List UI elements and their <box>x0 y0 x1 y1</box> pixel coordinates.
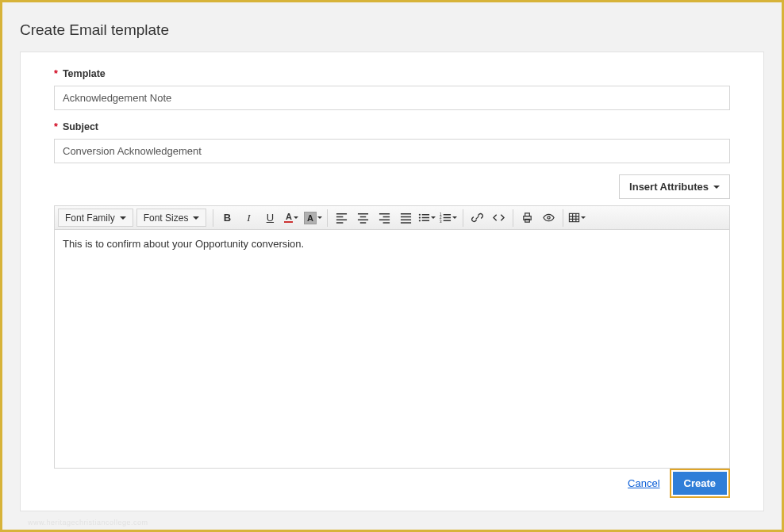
table-icon <box>568 212 580 224</box>
template-input[interactable] <box>54 86 730 110</box>
code-icon <box>493 212 505 224</box>
align-justify-icon <box>400 212 412 224</box>
align-center-button[interactable] <box>352 209 373 227</box>
chevron-down-icon <box>294 216 298 219</box>
template-field: * Template <box>54 68 730 110</box>
toolbar-separator <box>327 209 328 227</box>
toolbar-separator <box>513 209 513 227</box>
create-button[interactable]: Create <box>673 472 727 495</box>
svg-point-9 <box>548 216 550 219</box>
bullet-list-button[interactable] <box>417 209 437 227</box>
footer-actions: Cancel Create <box>628 469 730 498</box>
link-icon <box>471 212 483 224</box>
text-color-button[interactable]: A <box>281 209 302 227</box>
subject-label-row: * Subject <box>54 121 730 132</box>
subject-label: Subject <box>63 121 98 132</box>
font-size-dropdown[interactable]: Font Sizes <box>136 209 207 227</box>
toolbar-separator <box>563 209 563 227</box>
align-center-icon <box>357 212 369 224</box>
font-family-dropdown[interactable]: Font Family <box>58 209 133 227</box>
svg-point-0 <box>419 214 421 216</box>
chevron-down-icon <box>452 216 457 219</box>
chevron-down-icon <box>317 216 322 219</box>
insert-attributes-button[interactable]: Insert Attributes <box>619 174 730 199</box>
text-color-icon: A <box>284 212 293 223</box>
chevron-down-icon <box>193 216 199 220</box>
bold-button[interactable]: B <box>217 209 237 227</box>
font-size-label: Font Sizes <box>144 212 189 224</box>
form-card: * Template * Subject Insert Attributes F… <box>20 52 764 511</box>
svg-rect-7 <box>525 213 530 216</box>
chevron-down-icon <box>120 216 126 220</box>
template-label-row: * Template <box>54 68 730 79</box>
required-mark: * <box>54 121 58 132</box>
insert-link-button[interactable] <box>467 209 487 227</box>
align-left-icon <box>336 212 348 224</box>
toolbar-separator <box>463 209 463 227</box>
background-color-button[interactable]: A <box>302 209 323 227</box>
insert-attributes-row: Insert Attributes <box>54 174 730 199</box>
bullet-list-icon <box>418 212 430 224</box>
table-button[interactable] <box>567 209 587 227</box>
font-family-label: Font Family <box>65 212 115 224</box>
toolbar-separator <box>213 209 213 227</box>
italic-button[interactable]: I <box>238 209 259 227</box>
svg-rect-10 <box>570 213 579 221</box>
svg-text:3: 3 <box>440 220 442 224</box>
align-right-button[interactable] <box>374 209 394 227</box>
subject-input[interactable] <box>54 139 730 163</box>
page-title: Create Email template <box>20 21 764 39</box>
code-view-button[interactable] <box>488 209 509 227</box>
print-icon <box>521 212 533 224</box>
align-justify-button[interactable] <box>395 209 416 227</box>
background-color-icon: A <box>304 212 317 224</box>
align-left-button[interactable] <box>331 209 352 227</box>
insert-attributes-label: Insert Attributes <box>629 181 709 193</box>
numbered-list-button[interactable]: 123 <box>438 209 459 227</box>
chevron-down-icon <box>713 186 720 189</box>
underline-button[interactable]: U <box>259 209 280 227</box>
svg-point-2 <box>419 220 421 221</box>
chevron-down-icon <box>431 216 436 219</box>
editor-body[interactable]: This is to confirm about your Opportunit… <box>55 230 729 468</box>
svg-rect-8 <box>525 219 530 222</box>
cancel-link[interactable]: Cancel <box>628 477 659 489</box>
numbered-list-icon: 123 <box>440 212 452 224</box>
watermark: www.heritagechristiancollege.com <box>28 519 148 526</box>
subject-field: * Subject <box>54 121 730 163</box>
svg-point-1 <box>419 216 421 218</box>
template-label: Template <box>63 68 106 79</box>
required-mark: * <box>54 68 58 79</box>
align-right-icon <box>379 212 390 224</box>
rich-text-editor: Font Family Font Sizes B I U A <box>54 205 730 469</box>
preview-button[interactable] <box>538 209 559 227</box>
editor-toolbar: Font Family Font Sizes B I U A <box>55 206 729 230</box>
print-button[interactable] <box>517 209 537 227</box>
chevron-down-icon <box>581 216 586 219</box>
create-button-highlight: Create <box>670 469 730 498</box>
eye-icon <box>543 212 555 224</box>
